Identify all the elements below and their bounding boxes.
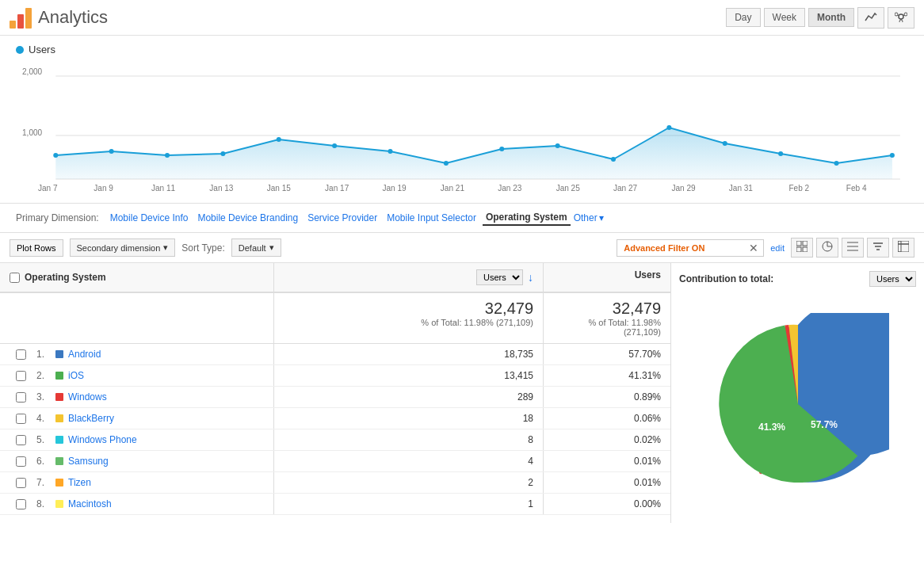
header-controls: Day Week Month xyxy=(726,7,914,29)
os-cell-0: 1. Android xyxy=(0,344,274,364)
os-color-dot xyxy=(55,479,63,487)
sort-default-dropdown[interactable]: Default ▾ xyxy=(231,238,281,257)
toolbar: Plot Rows Secondary dimension ▾ Sort Typ… xyxy=(0,233,924,263)
filter-input[interactable] xyxy=(617,240,744,256)
row-checkbox-1[interactable] xyxy=(16,371,26,381)
os-cell-1: 2. iOS xyxy=(0,365,274,386)
svg-rect-44 xyxy=(796,241,801,246)
users-select[interactable]: Users xyxy=(476,269,523,285)
tab-mobile-input-selector[interactable]: Mobile Input Selector xyxy=(384,211,479,225)
svg-text:Feb 2: Feb 2 xyxy=(788,184,809,193)
col-users-header: Users ↓ xyxy=(274,263,544,292)
svg-point-16 xyxy=(220,151,225,156)
pie-select[interactable]: Users xyxy=(869,271,916,287)
pct-cell: 0.00% xyxy=(544,494,670,514)
month-button[interactable]: Month xyxy=(808,8,854,27)
pie-view-button[interactable] xyxy=(816,238,838,258)
day-button[interactable]: Day xyxy=(726,8,760,27)
table-row: 6. Samsung 4 0.01% xyxy=(0,451,670,472)
os-link[interactable]: Tizen xyxy=(68,477,91,488)
table-row: 2. iOS 13,415 41.31% xyxy=(0,365,670,387)
os-color-dot xyxy=(55,372,63,380)
os-color-dot xyxy=(55,500,63,508)
os-cell-4: 5. Windows Phone xyxy=(0,429,274,450)
svg-text:Jan 29: Jan 29 xyxy=(671,184,696,193)
list-view-button[interactable] xyxy=(842,238,864,258)
pct-cell: 41.31% xyxy=(544,365,670,386)
week-button[interactable]: Week xyxy=(764,8,805,27)
row-checkbox-4[interactable] xyxy=(16,435,26,445)
os-link[interactable]: Macintosh xyxy=(68,498,112,509)
toolbar-left: Plot Rows Secondary dimension ▾ Sort Typ… xyxy=(10,238,610,257)
svg-text:Jan 7: Jan 7 xyxy=(38,184,58,193)
node-chart-icon-button[interactable] xyxy=(888,7,914,29)
users-cell: 8 xyxy=(274,429,544,450)
os-link[interactable]: Android xyxy=(68,349,101,360)
chevron-down-icon: ▾ xyxy=(163,242,168,253)
pct-cell: 0.01% xyxy=(544,472,670,493)
os-link[interactable]: Windows Phone xyxy=(68,434,137,445)
svg-point-0 xyxy=(899,14,903,19)
row-checkbox-6[interactable] xyxy=(16,478,26,488)
tab-mobile-device-info[interactable]: Mobile Device Info xyxy=(107,211,192,225)
table-row: 4. BlackBerry 18 0.06% xyxy=(0,408,670,429)
users-cell: 289 xyxy=(274,387,544,407)
users-cell: 18 xyxy=(274,408,544,429)
row-checkbox-0[interactable] xyxy=(16,349,26,360)
filter-view-button[interactable] xyxy=(867,238,889,258)
os-link[interactable]: Samsung xyxy=(68,456,109,467)
tab-service-provider[interactable]: Service Provider xyxy=(304,211,380,225)
svg-rect-57 xyxy=(898,241,909,244)
svg-point-13 xyxy=(53,153,58,158)
filter-clear-button[interactable]: ✕ xyxy=(744,240,763,256)
select-all-checkbox[interactable] xyxy=(10,273,20,283)
pivot-view-button[interactable] xyxy=(892,238,914,258)
total-users-cell: 32,479 % of Total: 11.98% (271,109) xyxy=(274,293,544,343)
svg-rect-59 xyxy=(898,244,909,252)
chart-area: Users 2,000 1,000 xyxy=(0,36,924,204)
pie-header: Contribution to total: Users xyxy=(679,271,916,287)
plot-rows-button[interactable]: Plot Rows xyxy=(10,239,63,257)
row-num: 3. xyxy=(36,391,51,403)
row-checkbox-7[interactable] xyxy=(16,499,26,509)
table-rows: 1. Android 18,735 57.70% 2. iOS 13,415 4… xyxy=(0,344,670,515)
os-link[interactable]: Windows xyxy=(68,391,107,403)
row-checkbox-3[interactable] xyxy=(16,414,26,424)
line-chart-icon-button[interactable] xyxy=(857,7,884,29)
os-link[interactable]: iOS xyxy=(68,370,84,381)
users-cell: 4 xyxy=(274,451,544,471)
svg-text:Jan 27: Jan 27 xyxy=(613,184,638,193)
svg-text:Jan 21: Jan 21 xyxy=(441,184,465,193)
row-num: 6. xyxy=(36,456,51,467)
table-row: 8. Macintosh 1 0.00% xyxy=(0,494,670,515)
filter-edit-link[interactable]: edit xyxy=(767,243,788,253)
col-pct-header: Users xyxy=(544,263,670,292)
col-os-header: Operating System xyxy=(0,263,274,292)
sort-icon[interactable]: ↓ xyxy=(528,271,533,284)
row-num: 5. xyxy=(36,434,51,445)
data-table: Operating System Users ↓ Users 32,479 % … xyxy=(0,263,670,523)
svg-point-20 xyxy=(444,161,449,166)
secondary-dimension-dropdown[interactable]: Secondary dimension ▾ xyxy=(70,238,176,257)
logo-bar-3 xyxy=(25,8,32,29)
svg-point-23 xyxy=(611,157,616,162)
row-checkbox-2[interactable] xyxy=(16,392,26,403)
svg-point-25 xyxy=(723,141,727,146)
pct-cell: 0.02% xyxy=(544,429,670,450)
svg-point-18 xyxy=(332,143,337,148)
pct-cell: 0.01% xyxy=(544,451,670,471)
analytics-logo xyxy=(10,6,32,29)
row-num: 7. xyxy=(36,477,51,488)
svg-text:Jan 15: Jan 15 xyxy=(267,184,292,193)
svg-text:Jan 13: Jan 13 xyxy=(209,184,234,193)
os-link[interactable]: BlackBerry xyxy=(68,413,114,424)
os-cell-2: 3. Windows xyxy=(0,387,274,407)
tab-mobile-device-branding[interactable]: Mobile Device Branding xyxy=(194,211,301,225)
tab-other[interactable]: Other ▾ xyxy=(574,212,604,223)
tab-operating-system[interactable]: Operating System xyxy=(483,210,571,226)
row-num: 1. xyxy=(36,349,51,360)
grid-view-button[interactable] xyxy=(791,238,813,258)
table-row: 1. Android 18,735 57.70% xyxy=(0,344,670,365)
row-checkbox-5[interactable] xyxy=(16,456,26,467)
svg-point-14 xyxy=(109,149,114,154)
